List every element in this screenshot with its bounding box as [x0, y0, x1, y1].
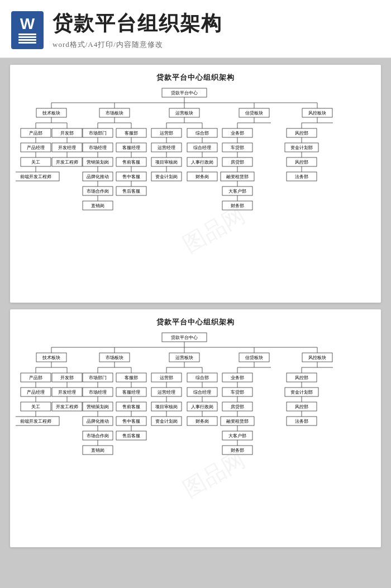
- svg-text:贷款平台中心: 贷款平台中心: [171, 335, 198, 340]
- svg-text:业务部: 业务部: [231, 131, 244, 136]
- svg-text:大客户部: 大客户部: [228, 189, 246, 194]
- svg-text:产品部: 产品部: [29, 375, 42, 380]
- svg-text:人事行政岗: 人事行政岗: [191, 160, 213, 165]
- svg-text:法务部: 法务部: [295, 174, 308, 179]
- svg-text:直销岗: 直销岗: [91, 203, 104, 208]
- svg-text:运营板块: 运营板块: [175, 355, 193, 360]
- word-icon-lines: [18, 34, 36, 44]
- svg-text:市场合作岗: 市场合作岗: [87, 433, 109, 438]
- svg-text:开发部: 开发部: [60, 131, 74, 136]
- svg-text:前端开发工程师: 前端开发工程师: [20, 419, 51, 424]
- svg-text:开发工程师: 开发工程师: [56, 160, 78, 165]
- svg-text:综合部: 综合部: [196, 375, 209, 380]
- org-chart-1: 贷款平台中心组织架构 贷款平台中心 技术板块 市场板块 运营板块: [16, 73, 375, 293]
- svg-text:风控部: 风控部: [295, 160, 308, 165]
- svg-text:贷款平台中心: 贷款平台中心: [171, 90, 198, 95]
- svg-text:图品网: 图品网: [179, 447, 249, 502]
- svg-text:技术板块: 技术板块: [42, 111, 60, 116]
- svg-text:售后客服: 售后客服: [122, 433, 140, 438]
- svg-text:运营部: 运营部: [160, 375, 173, 380]
- svg-text:房贷部: 房贷部: [231, 160, 244, 165]
- svg-text:售前客服: 售前客服: [122, 404, 140, 409]
- svg-text:综合部: 综合部: [196, 131, 209, 136]
- svg-text:技术板块: 技术板块: [42, 355, 60, 360]
- svg-text:融资租赁部: 融资租赁部: [226, 419, 249, 424]
- svg-text:市场板块: 市场板块: [106, 355, 123, 360]
- svg-text:风控部: 风控部: [295, 375, 308, 380]
- svg-text:运营部: 运营部: [160, 131, 173, 136]
- svg-text:财务岗: 财务岗: [196, 419, 209, 424]
- svg-text:运营板块: 运营板块: [175, 111, 193, 116]
- document-card-1: 贷款平台中心组织架构 贷款平台中心 技术板块 市场板块 运营板块: [10, 65, 381, 303]
- svg-text:运营经理: 运营经理: [158, 390, 175, 395]
- svg-text:融资租赁部: 融资租赁部: [226, 174, 249, 179]
- svg-text:风控板块: 风控板块: [308, 111, 326, 116]
- svg-text:直销岗: 直销岗: [91, 448, 104, 453]
- svg-text:资金计划岗: 资金计划岗: [155, 419, 178, 424]
- svg-text:开发工程师: 开发工程师: [56, 404, 78, 409]
- svg-text:风控部: 风控部: [295, 404, 308, 409]
- svg-text:客服部: 客服部: [125, 131, 138, 136]
- svg-text:业务部: 业务部: [231, 375, 244, 380]
- svg-text:售后客服: 售后客服: [122, 189, 140, 194]
- svg-text:法务部: 法务部: [295, 419, 308, 424]
- svg-text:资金计划部: 资金计划部: [290, 390, 313, 395]
- svg-text:综合经理: 综合经理: [193, 145, 211, 150]
- svg-text:大客户部: 大客户部: [228, 433, 246, 438]
- svg-text:售前客服: 售前客服: [122, 160, 140, 165]
- svg-text:客服经理: 客服经理: [122, 145, 140, 150]
- svg-text:客服部: 客服部: [125, 375, 138, 380]
- svg-text:车贷部: 车贷部: [231, 390, 244, 395]
- page-title: 贷款平台组织架构: [53, 10, 222, 37]
- svg-text:市场经理: 市场经理: [89, 145, 107, 150]
- svg-text:开发部: 开发部: [60, 375, 74, 380]
- svg-text:市场经理: 市场经理: [89, 390, 107, 395]
- svg-text:品牌化推动: 品牌化推动: [87, 174, 109, 179]
- svg-text:客服经理: 客服经理: [122, 390, 140, 395]
- header-text-block: 贷款平台组织架构 word格式/A4打印/内容随意修改: [53, 10, 222, 50]
- svg-text:人事行政岗: 人事行政岗: [191, 404, 213, 409]
- svg-text:产品经理: 产品经理: [27, 390, 45, 395]
- svg-text:品牌化推动: 品牌化推动: [87, 419, 109, 424]
- svg-text:风控部: 风控部: [295, 131, 308, 136]
- org-title-1: 贷款平台中心组织架构: [156, 73, 235, 83]
- svg-text:产品部: 产品部: [29, 131, 42, 136]
- org-svg-2: 贷款平台中心 技术板块 市场板块 运营板块 信贷板块 风控板块: [16, 331, 375, 537]
- svg-text:财务岗: 财务岗: [196, 174, 209, 179]
- word-w-letter: W: [20, 16, 35, 32]
- page-subtitle: word格式/A4打印/内容随意修改: [53, 40, 222, 50]
- document-card-2: 贷款平台中心组织架构 贷款平台中心 技术板块 市场板块 运营板块 信贷板块 风控…: [10, 309, 381, 547]
- svg-text:市场部门: 市场部门: [89, 375, 107, 380]
- org-title-2: 贷款平台中心组织架构: [156, 317, 235, 327]
- org-chart-2: 贷款平台中心组织架构 贷款平台中心 技术板块 市场板块 运营板块 信贷板块 风控…: [16, 317, 375, 537]
- svg-text:市场合作岗: 市场合作岗: [87, 189, 109, 194]
- svg-text:售中客服: 售中客服: [122, 174, 140, 179]
- svg-text:车贷部: 车贷部: [231, 145, 244, 150]
- svg-text:开发经理: 开发经理: [58, 390, 76, 395]
- svg-text:综合经理: 综合经理: [193, 390, 211, 395]
- svg-text:资金计划岗: 资金计划岗: [155, 174, 178, 179]
- word-icon: W: [11, 11, 44, 49]
- svg-text:项目审核岗: 项目审核岗: [155, 404, 178, 409]
- svg-text:营销策划岗: 营销策划岗: [87, 160, 109, 165]
- svg-text:风控板块: 风控板块: [308, 355, 326, 360]
- svg-text:运营经理: 运营经理: [158, 145, 175, 150]
- svg-text:房贷部: 房贷部: [231, 404, 244, 409]
- svg-text:市场板块: 市场板块: [106, 111, 123, 116]
- svg-text:开发经理: 开发经理: [58, 145, 76, 150]
- svg-text:营销策划岗: 营销策划岗: [87, 404, 109, 409]
- svg-text:信贷板块: 信贷板块: [245, 111, 263, 116]
- svg-text:资金计划部: 资金计划部: [290, 145, 313, 150]
- org-svg-1: 贷款平台中心 技术板块 市场板块 运营板块 信贷板块: [16, 86, 375, 293]
- svg-text:关工: 关工: [31, 404, 40, 409]
- svg-text:前端开发工程师: 前端开发工程师: [20, 174, 51, 179]
- svg-text:售中客服: 售中客服: [122, 419, 140, 424]
- svg-text:市场部门: 市场部门: [89, 131, 107, 136]
- svg-text:图品网: 图品网: [179, 202, 249, 257]
- page-header: W 贷款平台组织架构 word格式/A4打印/内容随意修改: [0, 0, 391, 58]
- svg-text:项目审核岗: 项目审核岗: [155, 160, 178, 165]
- svg-text:产品经理: 产品经理: [27, 145, 45, 150]
- svg-text:关工: 关工: [31, 160, 40, 165]
- svg-text:信贷板块: 信贷板块: [245, 355, 263, 360]
